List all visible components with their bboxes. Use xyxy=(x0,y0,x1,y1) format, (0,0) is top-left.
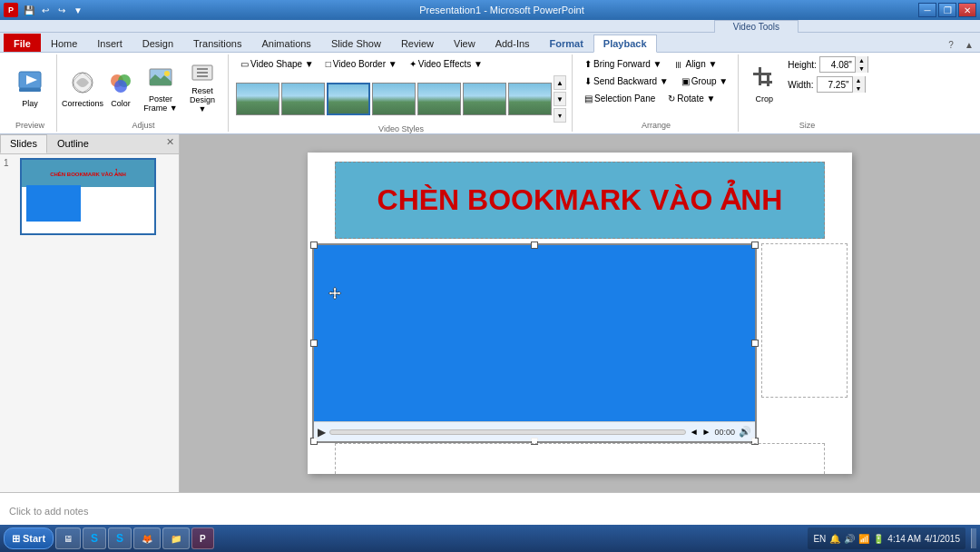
tab-insert[interactable]: Insert xyxy=(87,34,132,52)
taskbar-right: EN 🔔 🔊 📶 🔋 4:14 AM 4/1/2015 xyxy=(808,527,976,549)
video-styles-group-label: Video Styles xyxy=(378,123,424,133)
panel-close-btn[interactable]: ✕ xyxy=(162,134,179,153)
tab-transitions[interactable]: Transitions xyxy=(183,34,251,52)
redo-quick-btn[interactable]: ↪ xyxy=(54,3,69,17)
thumb-content-1: CHÈN BOOKMARK VÀO ẢNH xyxy=(22,160,154,233)
slides-tab[interactable]: Slides xyxy=(0,134,47,153)
selection-pane-btn[interactable]: ▤ Selection Pane xyxy=(580,91,660,106)
width-field[interactable]: ▲ ▼ xyxy=(817,76,866,93)
tab-design[interactable]: Design xyxy=(132,34,183,52)
show-desktop-btn[interactable] xyxy=(971,528,976,548)
minimize-btn[interactable]: ─ xyxy=(918,3,936,17)
width-input[interactable] xyxy=(818,79,852,91)
video-styles-content: ▭ Video Shape ▼ □ Video Border ▼ ✦ Video… xyxy=(236,56,566,123)
outline-tab[interactable]: Outline xyxy=(47,134,99,153)
tab-slideshow[interactable]: Slide Show xyxy=(321,34,391,52)
video-style-thumb-6[interactable] xyxy=(463,83,506,115)
taskbar-app-firefox[interactable]: 🦊 xyxy=(133,527,161,549)
arrange-row2: ⬇ Send Backward ▼ ▣ Group ▼ xyxy=(580,74,732,89)
taskbar-app-explorer[interactable]: 🖥 xyxy=(55,527,81,549)
height-up-btn[interactable]: ▲ xyxy=(855,56,867,64)
handle-mid-right[interactable] xyxy=(751,340,759,347)
tab-animations[interactable]: Animations xyxy=(251,34,320,52)
ribbon-collapse-btn[interactable]: ▲ xyxy=(962,37,976,52)
video-play-btn[interactable]: ▶ xyxy=(318,426,326,439)
video-style-thumb-3[interactable] xyxy=(327,83,370,115)
next-frame-btn[interactable]: ► xyxy=(702,427,711,437)
restore-btn[interactable]: ❐ xyxy=(938,3,956,17)
tab-file[interactable]: File xyxy=(4,34,41,52)
slide-thumb-image-1[interactable]: CHÈN BOOKMARK VÀO ẢNH xyxy=(20,158,156,235)
undo-quick-btn[interactable]: ↩ xyxy=(38,3,53,17)
corrections-button[interactable]: Corrections xyxy=(64,60,101,116)
save-quick-btn[interactable]: 💾 xyxy=(22,3,36,17)
tab-playback[interactable]: Playback xyxy=(593,34,657,53)
tab-review[interactable]: Review xyxy=(391,34,444,52)
handle-top-mid[interactable] xyxy=(531,242,538,249)
video-shape-btn[interactable]: ▭ Video Shape ▼ xyxy=(236,56,318,72)
video-style-thumb-1[interactable] xyxy=(236,83,279,115)
tab-format[interactable]: Format xyxy=(540,34,593,52)
volume-icon[interactable]: 🔊 xyxy=(739,426,751,438)
height-field[interactable]: ▲ ▼ xyxy=(819,56,868,73)
video-progress-bar[interactable] xyxy=(329,429,686,435)
video-style-thumb-2[interactable] xyxy=(281,83,325,115)
selection-pane-icon: ▤ xyxy=(584,94,593,104)
tab-view[interactable]: View xyxy=(444,34,485,52)
slide-right-placeholder[interactable] xyxy=(761,243,848,398)
window-controls: ─ ❐ ✕ xyxy=(918,3,976,17)
video-border-btn[interactable]: □ Video Border ▼ xyxy=(321,56,402,72)
handle-top-left[interactable] xyxy=(310,242,318,249)
rotate-btn[interactable]: ↻ Rotate ▼ xyxy=(663,91,720,106)
start-button[interactable]: ⊞ Start xyxy=(4,527,54,549)
canvas-area: CHÈN BOOKMARK VÀO ẢNH xyxy=(180,134,980,492)
notes-area[interactable]: Click to add notes xyxy=(0,492,980,528)
panel-tabs: Slides Outline ✕ xyxy=(0,134,179,154)
send-backward-btn[interactable]: ⬇ Send Backward ▼ xyxy=(580,74,673,89)
video-style-thumb-7[interactable] xyxy=(508,83,552,115)
color-button[interactable]: Color xyxy=(103,60,139,116)
video-style-thumb-5[interactable] xyxy=(417,83,461,115)
gallery-scroll-up[interactable]: ▲ xyxy=(554,75,566,90)
width-down-btn[interactable]: ▼ xyxy=(852,84,865,93)
handle-mid-left[interactable] xyxy=(310,340,318,347)
customize-quick-btn[interactable]: ▼ xyxy=(71,3,85,17)
width-row: Width: ▲ ▼ xyxy=(788,76,868,93)
ribbon-help-btn[interactable]: ? xyxy=(944,37,958,52)
handle-top-right[interactable] xyxy=(751,242,759,249)
taskbar-app-skype[interactable]: S xyxy=(108,527,132,549)
reset-design-button[interactable]: Reset Design ▼ xyxy=(182,60,222,116)
tab-addins[interactable]: Add-Ins xyxy=(485,34,540,52)
group-btn[interactable]: ▣ Group ▼ xyxy=(677,74,732,89)
tab-home[interactable]: Home xyxy=(41,34,87,52)
slide-title-text: CHÈN BOOKMARK VÀO ẢNH xyxy=(377,184,783,216)
taskbar-app-folder[interactable]: 📁 xyxy=(162,527,190,549)
gallery-expand[interactable]: ▾ xyxy=(554,108,566,123)
svg-point-6 xyxy=(114,80,127,93)
play-button[interactable]: Play xyxy=(9,60,51,116)
slide-header[interactable]: CHÈN BOOKMARK VÀO ẢNH xyxy=(335,162,825,239)
taskbar-app-browser1[interactable]: S xyxy=(83,527,106,549)
video-shape-icon: ▭ xyxy=(240,59,249,69)
close-btn[interactable]: ✕ xyxy=(958,3,976,17)
taskbar-app-powerpoint[interactable]: P xyxy=(191,527,214,549)
slide-thumbnail-1: 1 CHÈN BOOKMARK VÀO ẢNH xyxy=(4,158,175,235)
video-tools-band: Video Tools xyxy=(0,20,980,33)
height-input[interactable] xyxy=(820,59,855,71)
crop-button[interactable]: Crop xyxy=(746,56,782,113)
video-effects-btn[interactable]: ✦ Video Effects ▼ xyxy=(405,56,487,72)
slide-video-area[interactable]: ▶ ◄ ► 00:00 🔊 xyxy=(312,243,757,443)
prev-frame-btn[interactable]: ◄ xyxy=(690,427,699,437)
bring-forward-btn[interactable]: ⬆ Bring Forward ▼ xyxy=(580,56,666,72)
poster-frame-button[interactable]: Poster Frame ▼ xyxy=(141,60,181,116)
gallery-scroll-down[interactable]: ▼ xyxy=(554,92,566,106)
network-icon: 📶 xyxy=(858,534,869,544)
video-style-thumb-4[interactable] xyxy=(372,83,416,115)
width-up-btn[interactable]: ▲ xyxy=(852,76,865,84)
bring-forward-icon: ⬆ xyxy=(584,59,592,69)
slide-canvas[interactable]: CHÈN BOOKMARK VÀO ẢNH xyxy=(308,153,852,474)
height-down-btn[interactable]: ▼ xyxy=(855,64,867,73)
video-styles-top-row: ▭ Video Shape ▼ □ Video Border ▼ ✦ Video… xyxy=(236,56,566,72)
slide-text-box[interactable] xyxy=(335,443,825,474)
align-btn[interactable]: ⫼ Align ▼ xyxy=(670,56,721,72)
